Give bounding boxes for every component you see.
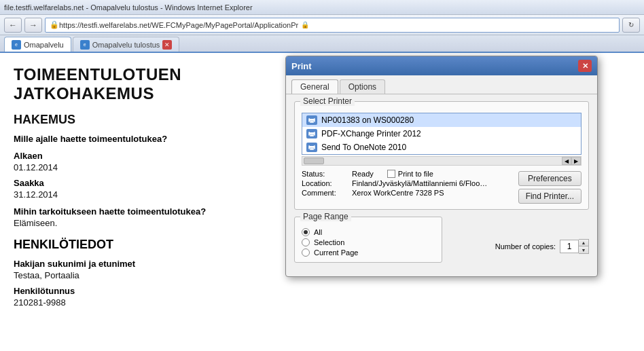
status-key: Status: bbox=[302, 170, 349, 178]
printer-icon-0 bbox=[306, 115, 317, 125]
radio-current-page[interactable]: Current Page bbox=[302, 248, 435, 257]
nimi-label: Hakijan sukunimi ja etunimet bbox=[14, 259, 272, 269]
tab-label-1: Omapalvelu bbox=[24, 41, 64, 49]
copies-increment[interactable]: ▲ bbox=[579, 240, 588, 246]
copies-input[interactable] bbox=[560, 240, 579, 253]
section-henkilotiedot: HENKILÖTIEDOT bbox=[14, 238, 272, 252]
address-url: https://testfi.welfarelabs.net/WE.FCMyPa… bbox=[59, 21, 298, 29]
hetu-label: Henkilötunnus bbox=[14, 286, 272, 296]
printer-item-0[interactable]: NP001383 on WS000280 bbox=[302, 113, 581, 127]
status-info-row: Status: Ready Print to file Location: Fi… bbox=[302, 170, 582, 204]
answer2: Elämiseen. bbox=[14, 218, 272, 228]
dialog-body: Select Printer NP001383 on WS000280 bbox=[286, 94, 597, 276]
alkaen-label: Alkaen bbox=[14, 151, 272, 161]
radio-selection-dot bbox=[302, 238, 310, 246]
svg-rect-4 bbox=[310, 130, 314, 132]
copies-spinner: ▲ ▼ bbox=[560, 239, 589, 254]
horizontal-scrollbar[interactable]: ◀ ▶ bbox=[302, 156, 582, 166]
spinner-buttons: ▲ ▼ bbox=[579, 239, 589, 254]
browser-chrome: file.testfi.welfarelabs.net - Omapalvelu… bbox=[0, 0, 644, 53]
titlebar-text: file.testfi.welfarelabs.net - Omapalvelu… bbox=[4, 3, 253, 12]
print-dialog: Print ✕ General Options Select Printer bbox=[285, 56, 598, 277]
printer-icon-2 bbox=[306, 143, 317, 152]
dialog-tab-options[interactable]: Options bbox=[340, 79, 385, 94]
hetu-value: 210281-9988 bbox=[14, 297, 272, 308]
tab-label-2: Omapalvelu tulostus bbox=[92, 41, 160, 49]
page-range-radio-group: All Selection Current Page bbox=[302, 228, 435, 257]
scroll-left[interactable]: ◀ bbox=[562, 157, 571, 165]
printer-item-2[interactable]: Send To OneNote 2010 bbox=[302, 141, 581, 154]
tab-omapalvelu[interactable]: e Omapalvelu bbox=[4, 37, 71, 52]
comment-key: Comment: bbox=[302, 189, 349, 197]
page-title: TOIMEENTULOTUEN JATKOHAKEMUS bbox=[14, 65, 272, 103]
print-dialog-overlay: Print ✕ General Options Select Printer bbox=[285, 56, 611, 351]
page-range-section-box: Page Range All Selection Current Page bbox=[294, 217, 442, 263]
radio-selection-label: Selection bbox=[314, 238, 344, 246]
tab-close-button[interactable]: ✕ bbox=[162, 40, 172, 50]
checkbox-box bbox=[387, 170, 395, 178]
refresh-button[interactable]: ↻ bbox=[622, 18, 640, 33]
alkaen-value: 01.12.2014 bbox=[14, 162, 272, 172]
lock-icon: 🔒 bbox=[301, 21, 309, 29]
printer-name-2: Send To OneNote 2010 bbox=[321, 143, 406, 152]
page-range-label: Page Range bbox=[300, 212, 351, 221]
copies-decrement[interactable]: ▼ bbox=[579, 246, 588, 253]
svg-rect-1 bbox=[310, 117, 314, 119]
dialog-tabs: General Options bbox=[286, 75, 597, 94]
print-to-file-checkbox[interactable]: Print to file bbox=[387, 170, 433, 178]
saakka-value: 31.12.2014 bbox=[14, 189, 272, 200]
find-printer-button[interactable]: Find Printer... bbox=[518, 189, 582, 204]
scrollbar-thumb bbox=[304, 158, 324, 164]
address-bar[interactable]: 🔒 https://testfi.welfarelabs.net/WE.FCMy… bbox=[45, 18, 620, 33]
printer-icon-1 bbox=[306, 129, 317, 138]
scroll-right[interactable]: ▶ bbox=[571, 157, 581, 165]
dialog-titlebar: Print ✕ bbox=[286, 56, 597, 75]
dialog-title: Print bbox=[291, 61, 578, 71]
radio-current-label: Current Page bbox=[314, 248, 358, 257]
question2: Mihin tarkoitukseen haette toimeentulotu… bbox=[14, 206, 272, 217]
radio-selection[interactable]: Selection bbox=[302, 238, 435, 246]
section-hakemus: HAKEMUS bbox=[14, 113, 272, 127]
browser-toolbar: ← → 🔒 https://testfi.welfarelabs.net/WE.… bbox=[0, 15, 644, 35]
svg-rect-2 bbox=[310, 121, 314, 123]
status-info-left: Status: Ready Print to file Location: Fi… bbox=[302, 170, 518, 197]
location-key: Location: bbox=[302, 179, 349, 187]
page-range-copies-section: Page Range All Selection Current Page bbox=[294, 217, 589, 270]
tab-omapalvelu-tulostus[interactable]: e Omapalvelu tulostus ✕ bbox=[73, 37, 180, 52]
printer-list[interactable]: NP001383 on WS000280 PDF-XChange Printer… bbox=[302, 113, 582, 155]
status-value: Ready bbox=[352, 170, 374, 178]
radio-all[interactable]: All bbox=[302, 228, 435, 236]
status-buttons: Preferences Find Printer... bbox=[518, 171, 582, 204]
back-button[interactable]: ← bbox=[4, 18, 22, 33]
saakka-label: Saakka bbox=[14, 178, 272, 188]
svg-rect-8 bbox=[310, 148, 314, 150]
tab-icon-2: e bbox=[80, 40, 90, 50]
copies-section: Number of copies: ▲ ▼ bbox=[456, 217, 589, 270]
printer-name-1: PDF-XChange Printer 2012 bbox=[321, 129, 421, 138]
tab-icon-1: e bbox=[12, 40, 21, 50]
question1: Mille ajalle haette toimeentulotukea? bbox=[14, 134, 272, 144]
select-printer-label: Select Printer bbox=[300, 96, 355, 106]
svg-rect-5 bbox=[310, 134, 314, 136]
radio-all-label: All bbox=[314, 228, 322, 236]
printer-item-1[interactable]: PDF-XChange Printer 2012 bbox=[302, 127, 581, 141]
copies-label: Number of copies: bbox=[495, 242, 556, 251]
preferences-button[interactable]: Preferences bbox=[518, 171, 582, 186]
browser-titlebar: file.testfi.welfarelabs.net - Omapalvelu… bbox=[0, 0, 644, 15]
forward-button[interactable]: → bbox=[24, 18, 42, 33]
location-value: Finland/Jyväskylä/Mattilanniemi 6/Floor … bbox=[352, 179, 488, 187]
address-text: 🔒 bbox=[50, 20, 59, 29]
page-content: TOIMEENTULOTUEN JATKOHAKEMUS HAKEMUS Mil… bbox=[0, 54, 285, 318]
tabs-bar: e Omapalvelu e Omapalvelu tulostus ✕ bbox=[0, 35, 644, 53]
printer-name-0: NP001383 on WS000280 bbox=[321, 115, 414, 125]
radio-all-dot bbox=[302, 228, 310, 236]
radio-current-dot bbox=[302, 248, 310, 257]
svg-rect-7 bbox=[310, 144, 314, 146]
select-printer-section: Select Printer NP001383 on WS000280 bbox=[294, 101, 589, 210]
nimi-value: Testaa, Portaalia bbox=[14, 270, 272, 280]
dialog-close-button[interactable]: ✕ bbox=[578, 60, 592, 72]
dialog-tab-general[interactable]: General bbox=[291, 79, 338, 94]
comment-value: Xerox WorkCentre 7328 PS bbox=[352, 189, 518, 197]
print-to-file-label: Print to file bbox=[398, 170, 433, 178]
